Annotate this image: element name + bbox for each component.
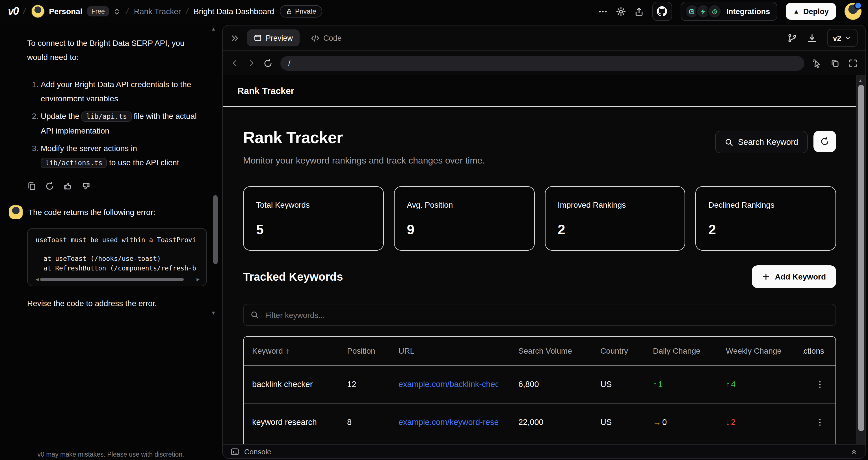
fork-icon[interactable] [787,33,797,43]
user-avatar[interactable] [844,3,862,20]
country-cell: US [592,380,644,389]
github-icon [657,6,667,17]
country-cell: US [592,418,644,427]
workspace-avatar[interactable] [31,4,44,18]
scroll-down-arrow[interactable]: ▼ [211,310,216,316]
chat-messages: To connect to the Bright Data SERP API, … [0,23,222,324]
inspect-cursor-icon[interactable] [812,59,822,67]
forward-button[interactable] [247,59,255,67]
assistant-message: To connect to the Bright Data SERP API, … [0,23,222,170]
search-keyword-button[interactable]: Search Keyword [715,131,808,153]
settings-gear-icon[interactable] [616,6,626,16]
plan-badge: Free [87,6,109,17]
deploy-button[interactable]: ▲ Deploy [786,3,836,20]
inline-code: lib/actions.ts [41,158,107,168]
stat-card-improved: Improved Rankings 2 [545,186,685,251]
version-dropdown[interactable]: v2 [827,29,858,47]
refresh-button[interactable] [264,59,273,67]
tab-code[interactable]: Code [304,29,348,47]
plus-icon [762,273,770,281]
column-daily-change[interactable]: Daily Change [644,346,717,355]
expand-console-icon[interactable] [850,448,858,455]
v0-app-window: v0 / Personal Free / Rank Tracker / Brig… [0,0,868,460]
keyword-cell: backlink checker [244,380,339,389]
scrollbar-thumb[interactable] [858,85,864,431]
workspace-name[interactable]: Personal [49,7,82,16]
collapse-panel-icon[interactable] [230,34,239,42]
console-bar[interactable]: Console [223,444,865,458]
chat-sidebar: To connect to the Bright Data SERP API, … [0,23,222,460]
breadcrumb-chat-title[interactable]: Bright Data Dashboard [194,7,274,16]
breadcrumb-separator: / [125,6,130,17]
disclaimer-text: v0 may make mistakes. Please use with di… [0,451,222,458]
thumbs-down-icon[interactable] [82,182,90,191]
regenerate-icon[interactable] [45,182,54,191]
app-body: Rank Tracker Monitor your keyword rankin… [223,128,857,445]
spiral-icon [707,4,722,19]
chat-scrollbar-thumb[interactable] [213,195,218,264]
url-link[interactable]: example.com/keyword-research [390,418,510,427]
assistant-steps-list: Add your Bright Data API credentials to … [27,78,203,170]
more-options-icon[interactable] [598,6,608,16]
filter-keywords-input[interactable] [264,310,829,320]
position-cell: 8 [339,418,390,427]
search-icon [724,138,733,146]
github-button[interactable] [652,2,672,21]
scroll-up-arrow[interactable]: ▲ [211,26,216,32]
browser-bar: / [223,51,865,76]
column-weekly-change[interactable]: Weekly Change [717,346,803,355]
previewing-text: I was previewing: / [27,322,222,324]
keyword-cell: keyword research [244,418,339,427]
scrollbar-thumb[interactable] [40,278,184,281]
integrations-button[interactable]: Integrations [681,2,778,21]
column-url[interactable]: URL [390,346,510,355]
v0-logo[interactable]: v0 [8,5,18,18]
column-country[interactable]: Country [592,346,644,355]
column-keyword[interactable]: Keyword↑ [244,346,339,355]
error-code-block: useToast must be used within a ToastProv… [27,228,207,286]
url-link[interactable]: example.com/backlink-checker [390,380,510,389]
user-message-text: The code returns the following error: [28,208,155,217]
scroll-up-arrow[interactable]: ▲ [858,78,863,83]
tab-preview[interactable]: Preview [247,29,300,47]
code-horizontal-scrollbar[interactable]: ◀ ▶ [36,277,199,281]
url-bar[interactable]: / [280,56,804,70]
vercel-triangle-icon: ▲ [793,8,799,15]
workspace-switcher-icon[interactable] [113,7,121,16]
position-cell: 12 [339,380,390,389]
row-actions-menu-icon[interactable] [803,418,836,426]
download-icon[interactable] [807,33,816,43]
table-header: Keyword↑ Position URL Search Volume Coun… [244,337,836,366]
page-title: Rank Tracker [243,128,485,147]
copy-icon[interactable] [27,182,36,191]
preview-scrollbar[interactable]: ▲ [856,75,865,445]
column-search-volume[interactable]: Search Volume [510,346,592,355]
share-icon[interactable] [634,6,644,16]
sort-arrow: ↑ [286,346,290,355]
filter-keywords-field[interactable] [243,304,836,326]
refresh-icon [820,137,829,146]
chevron-down-icon [844,34,851,41]
breadcrumb-project[interactable]: Rank Tracker [134,7,181,16]
add-keyword-button[interactable]: Add Keyword [752,265,836,288]
stats-cards: Total Keywords 5 Avg. Position 9 Improve… [243,186,836,251]
row-actions-menu-icon[interactable] [803,380,836,389]
table-row[interactable]: backlink checker 12 example.com/backlink… [244,366,836,403]
lock-icon [286,8,292,15]
table-row[interactable]: keyword research 8 example.com/keyword-r… [244,403,836,441]
breadcrumb-separator: / [22,6,27,17]
breadcrumb-separator: / [185,6,190,17]
refresh-data-button[interactable] [813,131,836,152]
copy-page-icon[interactable] [830,59,839,67]
daily-change-cell: →0 [644,418,717,427]
column-position[interactable]: Position [339,346,390,355]
search-icon [250,311,259,319]
top-bar: v0 / Personal Free / Rank Tracker / Brig… [0,0,868,23]
fullscreen-icon[interactable] [848,59,858,67]
volume-cell: 6,800 [510,380,592,389]
back-button[interactable] [230,59,239,67]
private-badge[interactable]: Private [280,5,322,18]
keywords-table: Keyword↑ Position URL Search Volume Coun… [243,336,836,445]
assistant-intro-text: To connect to the Bright Data SERP API, … [27,38,185,62]
thumbs-up-icon[interactable] [63,182,72,191]
